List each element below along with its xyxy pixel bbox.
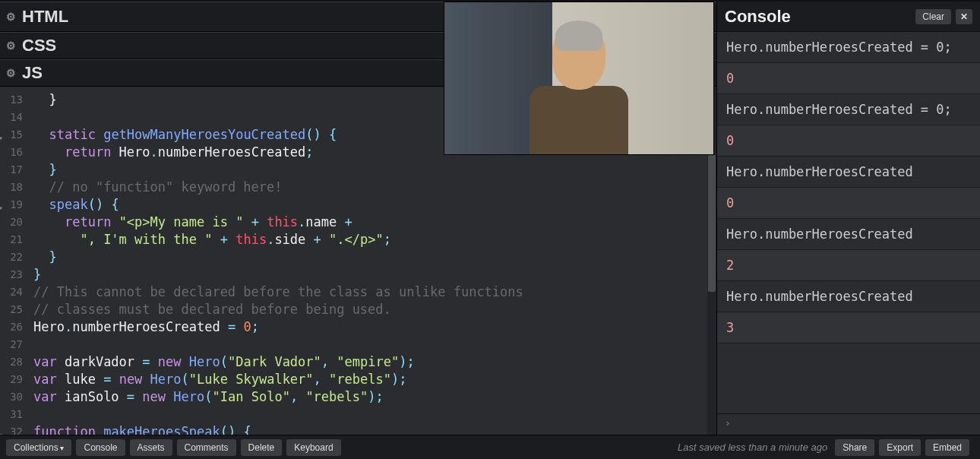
console-header: Console Clear ✕ [717, 2, 980, 32]
console-row: 2 [717, 250, 980, 281]
assets-button[interactable]: Assets [130, 439, 172, 456]
console-button[interactable]: Console [76, 439, 125, 456]
console-row: 0 [717, 188, 980, 219]
keyboard-button[interactable]: Keyboard [286, 439, 340, 456]
comments-button[interactable]: Comments [177, 439, 236, 456]
gear-icon[interactable]: ⚙ [6, 40, 16, 52]
share-button[interactable]: Share [835, 439, 874, 456]
video-overlay[interactable] [444, 2, 714, 155]
console-row: 3 [717, 312, 980, 343]
console-row: Hero.numberHeroesCreated [717, 281, 980, 312]
console-row: Hero.numberHeroesCreated = 0; [717, 32, 980, 63]
export-button[interactable]: Export [879, 439, 921, 456]
clear-button[interactable]: Clear [915, 9, 951, 24]
line-gutter: 131415▾16171819▾202122232425262728293031… [0, 87, 27, 435]
gear-icon[interactable]: ⚙ [6, 67, 16, 79]
console-row: 0 [717, 125, 980, 157]
console-output[interactable]: Hero.numberHeroesCreated = 0;0Hero.numbe… [717, 32, 980, 413]
css-panel-title: CSS [22, 36, 56, 55]
console-title: Console [725, 7, 911, 27]
embed-button[interactable]: Embed [925, 439, 969, 456]
console-row: Hero.numberHeroesCreated [717, 219, 980, 250]
delete-button[interactable]: Delete [241, 439, 283, 456]
close-button[interactable]: ✕ [956, 9, 972, 24]
scrollbar-thumb[interactable] [708, 155, 716, 292]
footer-bar: Collections Console Assets Comments Dele… [0, 435, 980, 459]
console-row: 0 [717, 63, 980, 94]
save-status: Last saved less than a minute ago [678, 442, 827, 453]
js-panel-title: JS [22, 63, 43, 83]
gear-icon[interactable]: ⚙ [6, 11, 16, 23]
console-row: Hero.numberHeroesCreated [717, 157, 980, 188]
html-panel-title: HTML [22, 7, 68, 27]
prompt-icon: › [725, 417, 731, 429]
collections-button[interactable]: Collections [6, 439, 71, 456]
console-row: Hero.numberHeroesCreated = 0; [717, 94, 980, 125]
console-input[interactable]: › [717, 413, 980, 435]
